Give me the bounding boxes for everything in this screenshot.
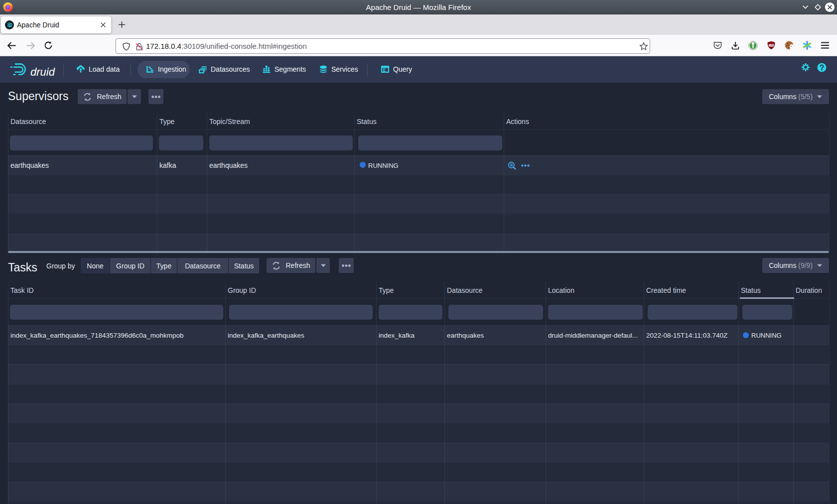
svg-text:UO: UO: [770, 44, 773, 46]
